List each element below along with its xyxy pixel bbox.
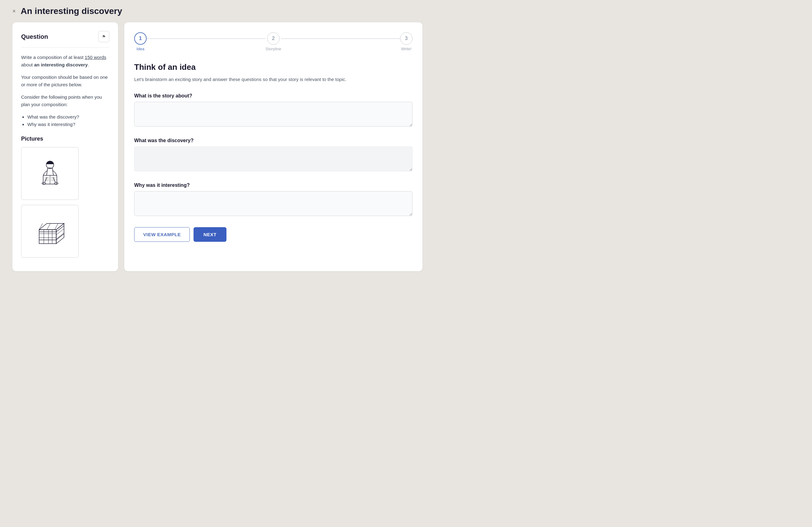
answer-textarea-3[interactable] xyxy=(134,191,412,216)
svg-line-17 xyxy=(39,224,43,230)
question-label-1: What is the story about? xyxy=(134,93,412,99)
question-panel-title: Question xyxy=(21,33,48,40)
step-3-circle: 3 xyxy=(400,32,412,45)
bullet-item-2: Why was it interesting? xyxy=(27,121,109,128)
step-3-label: Write! xyxy=(401,47,411,51)
pictures-title: Pictures xyxy=(21,136,109,142)
instruction-part1: Write a composition of at least xyxy=(21,55,85,60)
flag-button[interactable]: ⚑ xyxy=(98,31,109,42)
paragraph3: Consider the following points when you p… xyxy=(21,93,109,108)
picture-1-svg xyxy=(34,158,66,189)
left-panel: Question ⚑ Write a composition of at lea… xyxy=(12,22,118,271)
close-icon[interactable]: × xyxy=(12,8,16,15)
instruction-text: Write a composition of at least 150 word… xyxy=(21,54,109,69)
bullet-item-1: What was the discovery? xyxy=(27,113,109,121)
question-block-2: What was the discovery? xyxy=(134,138,412,180)
svg-line-18 xyxy=(47,224,50,230)
paragraph2: Your composition should be based on one … xyxy=(21,74,109,88)
bold-topic: an interesting discovery xyxy=(34,62,88,67)
bullet-list: What was the discovery? Why was it inter… xyxy=(21,113,109,128)
svg-line-20 xyxy=(56,229,64,235)
section-heading: Think of an idea xyxy=(134,62,412,72)
top-bar: × An interesting discovery xyxy=(0,0,812,22)
right-panel: 1 Idea 2 Storyline 3 Write! Think of an … xyxy=(124,22,422,271)
step-1-label: Idea xyxy=(136,47,144,51)
section-subtitle: Let's brainstorm an exciting story and a… xyxy=(134,76,352,83)
step-2-label: Storyline xyxy=(265,47,281,51)
question-label-2: What was the discovery? xyxy=(134,138,412,144)
page-title: An interesting discovery xyxy=(21,6,122,16)
view-example-button[interactable]: VIEW EXAMPLE xyxy=(134,227,190,242)
next-button[interactable]: NEXT xyxy=(193,227,227,242)
instruction-part2: about xyxy=(21,62,34,67)
answer-textarea-2[interactable] xyxy=(134,147,412,171)
question-block-1: What is the story about? xyxy=(134,93,412,135)
picture-2 xyxy=(21,205,78,258)
main-content: Question ⚑ Write a composition of at lea… xyxy=(0,22,435,284)
answer-textarea-1[interactable] xyxy=(134,102,412,126)
picture-2-svg xyxy=(34,216,66,247)
step-3: 3 Write! xyxy=(400,32,412,51)
picture-1 xyxy=(21,147,78,200)
step-1: 1 Idea xyxy=(134,32,147,51)
progress-steps: 1 Idea 2 Storyline 3 Write! xyxy=(134,32,412,51)
svg-line-21 xyxy=(56,233,64,239)
button-row: VIEW EXAMPLE NEXT xyxy=(134,227,412,242)
step-2-circle: 2 xyxy=(267,32,279,45)
step-2: 2 Storyline xyxy=(265,32,281,51)
instruction-end: . xyxy=(88,62,89,67)
step-line-2 xyxy=(281,39,400,39)
question-label-3: Why was it interesting? xyxy=(134,182,412,188)
flag-icon: ⚑ xyxy=(102,34,106,39)
step-1-circle: 1 xyxy=(134,32,147,45)
panel-header: Question ⚑ xyxy=(21,31,109,47)
question-block-3: Why was it interesting? xyxy=(134,182,412,225)
word-count-link: 150 words xyxy=(85,55,106,60)
step-line-1 xyxy=(147,39,265,39)
